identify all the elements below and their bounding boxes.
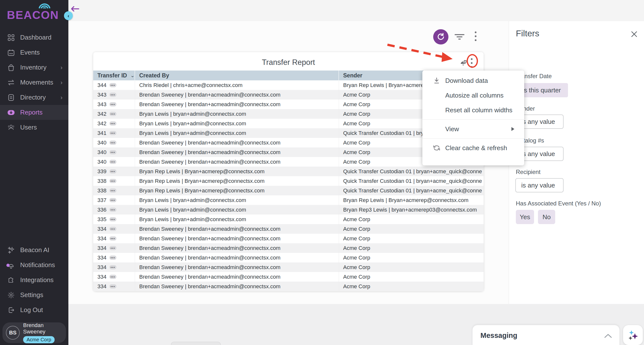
row-menu-icon[interactable] xyxy=(110,256,116,260)
row-menu-icon[interactable] xyxy=(110,141,116,145)
sidebar-item-reports[interactable]: Reports xyxy=(0,105,68,120)
sidebar-item-integrations[interactable]: Integrations xyxy=(0,273,68,288)
row-menu-icon[interactable] xyxy=(110,112,116,116)
row-menu-icon[interactable] xyxy=(110,83,116,87)
alert-bell-add-icon[interactable] xyxy=(459,57,468,66)
filter-yes-button[interactable]: Yes xyxy=(516,210,534,224)
row-menu-icon[interactable] xyxy=(110,265,116,269)
filters-panel: Filters Transfer Date is this quarter Se… xyxy=(509,21,644,304)
column-header-transfer-id[interactable]: Transfer ID ⌄ xyxy=(93,70,135,80)
cell-transfer-id: 340 xyxy=(93,157,135,167)
cell-sender: Acme Corp xyxy=(339,253,484,263)
cell-sender: Acme Corp xyxy=(339,263,484,272)
table-row[interactable]: 334 Brendan Sweeney | brendan+acmeadmin@… xyxy=(93,224,484,234)
menu-item-download-data[interactable]: Download data xyxy=(422,73,524,88)
row-menu-icon[interactable] xyxy=(110,169,116,173)
chevron-right-icon: › xyxy=(60,94,62,101)
row-menu-icon[interactable] xyxy=(110,227,116,231)
table-row[interactable]: 338 Bryan Rep Lewis | Bryan+acmerep@conn… xyxy=(93,176,484,186)
messaging-panel[interactable]: Messaging xyxy=(472,325,620,345)
reports-icon xyxy=(8,109,15,116)
table-row[interactable]: 334 Brendan Sweeney | brendan+acmeadmin@… xyxy=(93,253,484,263)
menu-item-view[interactable]: View xyxy=(422,122,524,136)
row-menu-icon[interactable] xyxy=(110,236,116,241)
user-card[interactable]: BS Brendan Sweeney Acme Corp xyxy=(2,323,66,343)
sidebar-item-notifications[interactable]: Notifications xyxy=(0,258,68,273)
dashboard-more-menu-icon[interactable] xyxy=(475,31,477,43)
table-row[interactable]: 339 Bryan Rep Lewis | Bryan+acmerep@conn… xyxy=(93,167,484,176)
report-context-menu: Download data Autosize all columns Reset… xyxy=(422,70,524,165)
row-menu-icon[interactable] xyxy=(110,275,116,279)
chevron-right-icon: › xyxy=(60,79,62,86)
filter-no-button[interactable]: No xyxy=(538,210,555,224)
cell-created-by: Bryan Lewis | bryan+admin@connectsx.com xyxy=(135,195,339,205)
sidebar-item-label: Inventory xyxy=(20,64,46,71)
filter-label-recipient: Recipient xyxy=(516,169,540,175)
partial-bottom-button[interactable] xyxy=(171,342,221,345)
row-menu-icon[interactable] xyxy=(110,246,116,250)
ai-assistant-button[interactable] xyxy=(623,325,643,345)
sidebar-item-dashboard[interactable]: Dashboard xyxy=(0,30,68,45)
cell-created-by: Brendan Sweeney | brendan+acmeadmin@conn… xyxy=(135,243,339,253)
table-row[interactable]: 334 Brendan Sweeney | brendan+acmeadmin@… xyxy=(93,263,484,272)
sidebar-collapse-button[interactable]: ‹ xyxy=(64,11,73,20)
filter-icon[interactable] xyxy=(454,33,465,40)
row-menu-icon[interactable] xyxy=(110,179,116,183)
row-menu-icon[interactable] xyxy=(110,198,116,202)
document-icon xyxy=(8,94,15,101)
table-row[interactable]: 338 Bryan Rep Lewis | Bryan+acmerep@conn… xyxy=(93,186,484,195)
bag-icon xyxy=(8,64,15,71)
row-menu-icon[interactable] xyxy=(110,208,116,212)
sidebar-item-label: Users xyxy=(20,124,37,131)
cell-created-by: Brendan Sweeney | brendan+acmeadmin@conn… xyxy=(135,234,339,243)
menu-item-clear-cache-refresh[interactable]: Clear cache & refresh xyxy=(422,141,524,155)
back-arrow-icon[interactable] xyxy=(70,5,79,12)
refresh-button[interactable] xyxy=(433,29,448,44)
cell-transfer-id: 336 xyxy=(93,205,135,215)
table-row[interactable]: 336 Bryan Lewis | bryan+admin@connectsx.… xyxy=(93,205,484,215)
sidebar-item-settings[interactable]: Settings xyxy=(0,288,68,303)
row-menu-icon[interactable] xyxy=(110,150,116,154)
sidebar-item-beacon-ai[interactable]: Beacon AI xyxy=(0,243,68,258)
row-menu-icon[interactable] xyxy=(110,284,116,289)
row-menu-icon[interactable] xyxy=(110,93,116,97)
close-icon[interactable] xyxy=(631,31,637,37)
cell-transfer-id: 335 xyxy=(93,215,135,224)
row-menu-icon[interactable] xyxy=(110,160,116,164)
sidebar-item-events[interactable]: Events xyxy=(0,45,68,60)
menu-item-autosize-columns[interactable]: Autosize all columns xyxy=(422,88,524,103)
sidebar-item-logout[interactable]: Log Out xyxy=(0,303,68,318)
collapse-chevron-icon[interactable] xyxy=(604,334,612,338)
row-menu-icon[interactable] xyxy=(110,102,116,106)
table-row[interactable]: 334 Brendan Sweeney | brendan+acmeadmin@… xyxy=(93,272,484,282)
filter-input-recipient[interactable]: is any value xyxy=(515,178,564,192)
cell-sender: Acme Corp xyxy=(339,243,484,253)
row-menu-icon[interactable] xyxy=(110,188,116,193)
cell-transfer-id: 343 xyxy=(93,90,135,99)
table-row[interactable]: 334 Brendan Sweeney | brendan+acmeadmin@… xyxy=(93,243,484,253)
table-row[interactable]: 334 Brendan Sweeney | brendan+acmeadmin@… xyxy=(93,282,484,291)
row-menu-icon[interactable] xyxy=(110,217,116,221)
cell-sender: Bryan Rep Lewis | Bryan+acmerep@connects… xyxy=(339,195,484,205)
table-row[interactable]: 335 Bryan Lewis | bryan+admin@connectsx.… xyxy=(93,215,484,224)
table-row[interactable]: 337 Bryan Lewis | bryan+admin@connectsx.… xyxy=(93,195,484,205)
cell-sender: Acme Corp xyxy=(339,215,484,224)
download-icon xyxy=(432,77,442,84)
sidebar-item-movements[interactable]: Movements › xyxy=(0,75,68,90)
sidebar-item-label: Events xyxy=(20,49,40,56)
sidebar-item-directory[interactable]: Directory › xyxy=(0,90,68,105)
cell-transfer-id: 338 xyxy=(93,186,135,195)
cell-sender: Acme Corp xyxy=(339,224,484,234)
sidebar-item-inventory[interactable]: Inventory › xyxy=(0,60,68,75)
sidebar-item-users[interactable]: Users xyxy=(0,120,68,135)
cell-created-by: Bryan Rep Lewis | Bryan+acmerep@connects… xyxy=(135,186,339,195)
row-menu-icon[interactable] xyxy=(110,121,116,126)
sidebar-item-label: Notifications xyxy=(20,261,55,269)
puzzle-icon xyxy=(8,277,15,284)
menu-item-reset-column-widths[interactable]: Reset all column widths xyxy=(422,103,524,117)
report-more-menu-icon[interactable] xyxy=(471,58,473,70)
table-row[interactable]: 334 Brendan Sweeney | brendan+acmeadmin@… xyxy=(93,234,484,243)
row-menu-icon[interactable] xyxy=(110,131,116,135)
cell-created-by: Chris Riedel | chris+acme@connectsx.com xyxy=(135,80,339,90)
column-header-created-by[interactable]: Created By xyxy=(135,70,339,80)
